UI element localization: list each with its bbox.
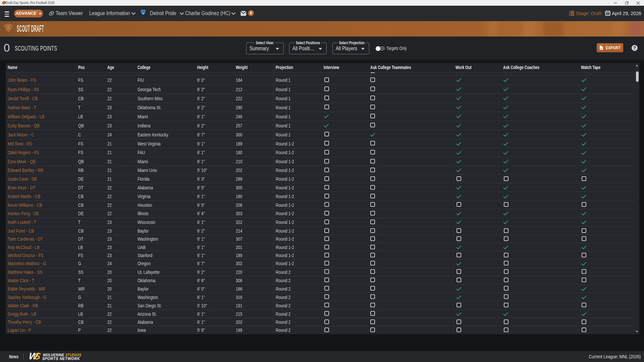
svg-text:x: x (600, 47, 602, 50)
